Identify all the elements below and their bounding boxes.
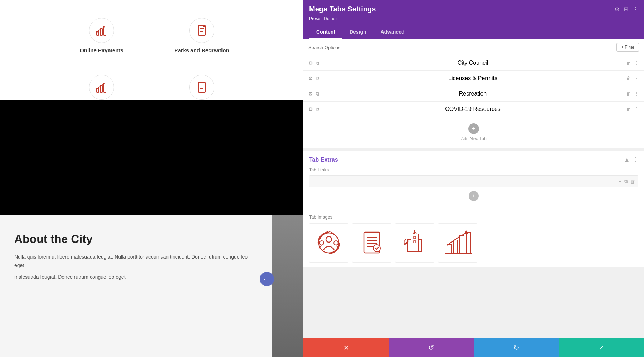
- growth-chart-icon: [443, 229, 472, 257]
- tab-images-section: Tab Images: [303, 210, 644, 267]
- svg-point-23: [334, 241, 338, 245]
- copy-icon-covid[interactable]: ⧉: [316, 106, 319, 112]
- copy-icon-licenses[interactable]: ⧉: [316, 75, 319, 82]
- black-section: 1 Veritcal Tabs We do not have compatibi…: [0, 100, 303, 215]
- panel-bottom-bar: ✕ ↺ ↻ ✓: [303, 338, 644, 357]
- tab-image-4[interactable]: [438, 223, 477, 263]
- gear-icon-licenses[interactable]: ⚙: [308, 75, 313, 81]
- tab-item-right-recreation: 🗑 ⋮: [626, 91, 639, 97]
- gear-icon-covid[interactable]: ⚙: [308, 106, 313, 112]
- more-options-icon[interactable]: ⋮: [633, 6, 638, 13]
- svg-rect-40: [466, 232, 470, 254]
- svg-rect-37: [447, 245, 451, 254]
- filter-button[interactable]: + Filter: [616, 43, 639, 52]
- delete-icon-licenses[interactable]: 🗑: [626, 75, 631, 81]
- tab-item-recreation: ⚙ ⧉ Recreation 🗑 ⋮: [303, 86, 644, 102]
- cancel-icon: ✕: [343, 343, 349, 352]
- add-link-button[interactable]: +: [469, 191, 479, 201]
- community-icon: [314, 229, 343, 257]
- tiles-row-1: Online Payments Parks and Recreation: [0, 0, 303, 64]
- section-divider: [303, 148, 644, 151]
- tab-name-licenses: Licenses & Permits: [319, 75, 626, 82]
- about-text-1: Nulla quis lorem ut libero malesuada feu…: [14, 253, 258, 270]
- about-title: About the City: [14, 233, 258, 246]
- tab-content[interactable]: Content: [309, 25, 342, 39]
- tab-links-label: Tab Links: [309, 167, 638, 172]
- document-2-icon: [195, 81, 208, 94]
- svg-point-14: [100, 85, 101, 87]
- licenses-icon-wrapper: [189, 75, 214, 100]
- fullscreen-icon[interactable]: ⊙: [615, 6, 619, 13]
- right-panel: Mega Tabs Settings ⊙ ⊟ ⋮ Preset: Default…: [303, 0, 644, 357]
- copy-icon-recreation[interactable]: ⧉: [316, 91, 319, 97]
- search-input[interactable]: [308, 45, 616, 50]
- add-new-tab-area: + Add New Tab: [303, 117, 644, 148]
- tab-item-licenses: ⚙ ⧉ Licenses & Permits 🗑 ⋮: [303, 71, 644, 86]
- panel-title: Mega Tabs Settings: [309, 5, 376, 13]
- svg-point-13: [96, 88, 98, 89]
- parks-label: Parks and Recreation: [174, 47, 229, 53]
- save-button[interactable]: ✓: [559, 338, 644, 357]
- bar-chart-icon: [95, 24, 108, 37]
- add-tab-button[interactable]: +: [468, 123, 479, 134]
- tab-advanced[interactable]: Advanced: [374, 25, 412, 39]
- svg-point-30: [373, 245, 380, 252]
- more-icon-city-council[interactable]: ⋮: [634, 60, 639, 66]
- svg-rect-33: [418, 239, 422, 252]
- tab-images-label: Tab Images: [309, 215, 638, 220]
- tab-item-right-covid: 🗑 ⋮: [626, 106, 639, 112]
- more-icon-recreation[interactable]: ⋮: [634, 91, 639, 97]
- tab-images-grid: [309, 223, 638, 263]
- tile-online-payments[interactable]: Online Payments: [66, 11, 137, 57]
- tab-image-3[interactable]: [395, 223, 434, 263]
- tile-parks-recreation[interactable]: Parks and Recreation: [166, 11, 238, 57]
- tab-item-left-recreation: ⚙ ⧉: [308, 91, 319, 97]
- panel-header: Mega Tabs Settings ⊙ ⊟ ⋮ Preset: Default…: [303, 0, 644, 39]
- tab-links-row: + ⧉ 🗑: [309, 175, 638, 187]
- city-image: [272, 215, 303, 357]
- tab-item-left: ⚙ ⧉: [308, 60, 319, 66]
- more-icon-licenses[interactable]: ⋮: [634, 75, 639, 81]
- tab-design[interactable]: Design: [342, 25, 374, 39]
- preset-value[interactable]: Default: [324, 16, 337, 21]
- city-building-icon: [400, 229, 429, 257]
- columns-icon[interactable]: ⊟: [624, 6, 628, 13]
- collapse-icon[interactable]: ▲: [624, 157, 630, 163]
- redo-button[interactable]: ↻: [474, 338, 559, 357]
- copy-icon-city-council[interactable]: ⧉: [316, 60, 319, 66]
- add-link-icon[interactable]: +: [619, 179, 621, 184]
- tab-image-1[interactable]: [309, 223, 348, 263]
- svg-point-15: [103, 83, 105, 84]
- copy-link-icon[interactable]: ⧉: [624, 178, 628, 184]
- tab-name-recreation: Recreation: [319, 91, 626, 97]
- online-payments-icon-wrapper: [89, 18, 114, 43]
- panel-tabs: Content Design Advanced: [309, 25, 638, 39]
- more-icon-covid[interactable]: ⋮: [634, 106, 639, 112]
- tab-image-2[interactable]: [352, 223, 391, 263]
- svg-point-3: [96, 31, 98, 33]
- svg-point-22: [319, 241, 324, 245]
- document-icon: [195, 24, 208, 37]
- svg-rect-36: [414, 241, 416, 243]
- delete-icon-city-council[interactable]: 🗑: [626, 60, 631, 66]
- tab-links-section: Tab Links + ⧉ 🗑 +: [303, 167, 644, 210]
- delete-icon-covid[interactable]: 🗑: [626, 106, 631, 112]
- tab-item-left-licenses: ⚙ ⧉: [308, 75, 319, 82]
- delete-link-icon[interactable]: 🗑: [630, 179, 635, 184]
- add-link-button-area: +: [309, 187, 638, 205]
- svg-point-4: [100, 29, 101, 30]
- add-tab-label: Add New Tab: [461, 136, 486, 141]
- cancel-button[interactable]: ✕: [303, 338, 389, 357]
- tab-links-actions: + ⧉ 🗑: [619, 178, 635, 184]
- bar-chart-2-icon: [95, 81, 108, 94]
- svg-rect-39: [460, 236, 464, 254]
- svg-point-5: [103, 26, 105, 28]
- gear-icon-city-council[interactable]: ⚙: [308, 60, 313, 66]
- reset-button[interactable]: ↺: [389, 338, 474, 357]
- delete-icon-recreation[interactable]: 🗑: [626, 91, 631, 97]
- about-section: About the City Nulla quis lorem ut liber…: [0, 215, 272, 357]
- extras-more-icon[interactable]: ⋮: [633, 156, 638, 163]
- dots-menu-button[interactable]: ⋯: [260, 272, 274, 286]
- gear-icon-recreation[interactable]: ⚙: [308, 91, 313, 97]
- preset-label: Preset:: [309, 16, 323, 21]
